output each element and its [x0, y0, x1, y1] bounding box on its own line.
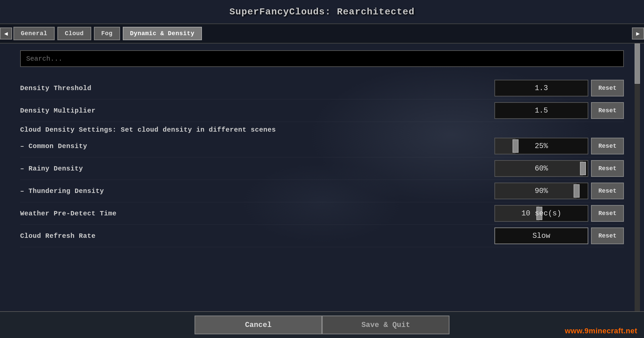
- tab-dynamic-density[interactable]: Dynamic & Density: [123, 27, 202, 40]
- cancel-button[interactable]: Cancel: [195, 316, 322, 334]
- rainy-density-reset[interactable]: Reset: [591, 160, 624, 177]
- setting-row-weather-pre-detect: Weather Pre-Detect Time 10 sec(s) Reset: [20, 202, 624, 225]
- weather-pre-detect-control: 10 sec(s) Reset: [494, 205, 624, 222]
- weather-pre-detect-thumb[interactable]: [536, 207, 542, 220]
- thundering-density-control: 90% Reset: [494, 183, 624, 199]
- scrollbar-thumb[interactable]: [635, 44, 640, 84]
- thundering-density-label: – Thundering Density: [20, 187, 104, 195]
- setting-row-thundering-density: – Thundering Density 90% Reset: [20, 180, 624, 202]
- cloud-density-section-header: Cloud Density Settings: Set cloud densit…: [20, 122, 624, 135]
- tab-fog[interactable]: Fog: [94, 27, 120, 40]
- rainy-density-slider[interactable]: 60%: [494, 160, 588, 177]
- rainy-density-label: – Rainy Density: [20, 165, 83, 173]
- common-density-slider[interactable]: 25%: [494, 138, 588, 154]
- tab-general[interactable]: General: [13, 27, 55, 40]
- app-title: SuperFancyClouds: Rearchitected: [229, 7, 415, 17]
- nav-arrow-right[interactable]: ▶: [632, 27, 644, 40]
- density-multiplier-reset[interactable]: Reset: [591, 102, 624, 119]
- common-density-thumb[interactable]: [513, 139, 519, 153]
- search-input[interactable]: [20, 50, 624, 67]
- setting-row-density-multiplier: Density Multiplier Reset: [20, 99, 624, 122]
- rainy-density-track: [495, 161, 583, 176]
- main-content: Density Threshold Reset Density Multipli…: [0, 44, 644, 311]
- setting-row-rainy-density: – Rainy Density 60% Reset: [20, 157, 624, 180]
- title-bar: SuperFancyClouds: Rearchitected: [0, 0, 644, 23]
- weather-pre-detect-reset[interactable]: Reset: [591, 205, 624, 222]
- nav-arrow-left[interactable]: ◀: [0, 27, 12, 40]
- scrollbar[interactable]: [635, 44, 640, 311]
- cloud-refresh-rate-value: Slow: [495, 232, 588, 240]
- common-density-reset[interactable]: Reset: [591, 138, 624, 154]
- density-threshold-reset[interactable]: Reset: [591, 80, 624, 96]
- thundering-density-slider[interactable]: 90%: [494, 183, 588, 199]
- density-multiplier-label: Density Multiplier: [20, 107, 96, 115]
- setting-row-common-density: – Common Density 25% Reset: [20, 135, 624, 157]
- thundering-density-track: [495, 183, 577, 199]
- density-multiplier-input[interactable]: [494, 102, 588, 119]
- cloud-refresh-rate-selector[interactable]: Slow: [494, 227, 588, 244]
- thundering-density-thumb[interactable]: [574, 184, 580, 198]
- rainy-density-control: 60% Reset: [494, 160, 624, 177]
- setting-row-density-threshold: Density Threshold Reset: [20, 77, 624, 99]
- density-multiplier-control: Reset: [494, 102, 624, 119]
- rainy-density-thumb[interactable]: [580, 162, 586, 175]
- watermark: www.9minecraft.net: [565, 327, 637, 335]
- thundering-density-reset[interactable]: Reset: [591, 183, 624, 199]
- cloud-refresh-rate-label: Cloud Refresh Rate: [20, 232, 96, 240]
- tab-bar: ◀ General Cloud Fog Dynamic & Density ▶: [0, 23, 644, 44]
- weather-pre-detect-slider[interactable]: 10 sec(s): [494, 205, 588, 222]
- density-threshold-control: Reset: [494, 80, 624, 96]
- setting-row-cloud-refresh-rate: Cloud Refresh Rate Slow Reset: [20, 225, 624, 247]
- common-density-label: – Common Density: [20, 142, 87, 150]
- weather-pre-detect-track: [495, 206, 539, 221]
- common-density-control: 25% Reset: [494, 138, 624, 154]
- bottom-bar: Cancel Save & Quit: [0, 311, 644, 338]
- tab-cloud[interactable]: Cloud: [57, 27, 91, 40]
- density-threshold-label: Density Threshold: [20, 84, 92, 92]
- save-quit-button[interactable]: Save & Quit: [322, 316, 449, 334]
- settings-list: Density Threshold Reset Density Multipli…: [20, 77, 624, 247]
- cloud-refresh-rate-control: Slow Reset: [494, 227, 624, 244]
- cloud-refresh-rate-reset[interactable]: Reset: [591, 227, 624, 244]
- density-threshold-input[interactable]: [494, 80, 588, 96]
- weather-pre-detect-label: Weather Pre-Detect Time: [20, 210, 117, 217]
